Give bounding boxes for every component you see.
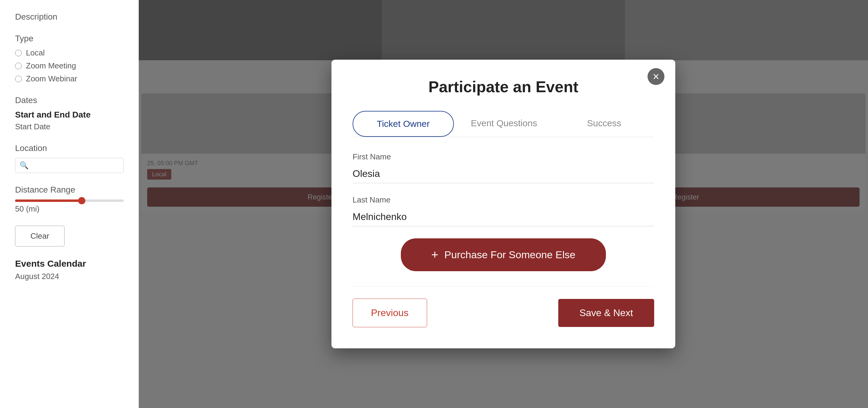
sidebar-clear-section: Clear	[15, 226, 124, 246]
modal-footer: Previous Save & Next	[352, 286, 654, 327]
first-name-group: First Name	[352, 152, 654, 183]
type-zoom-webinar-label: Zoom Webinar	[26, 74, 77, 83]
description-label: Description	[15, 12, 124, 22]
type-zoom-meeting-option[interactable]: Zoom Meeting	[15, 61, 124, 70]
type-zoom-meeting-radio[interactable]	[15, 63, 22, 69]
background-page: Description Type Local Zoom Meeting Zoom…	[0, 0, 868, 408]
type-local-radio[interactable]	[15, 50, 22, 56]
type-label: Type	[15, 34, 124, 43]
month-label: August 2024	[15, 272, 124, 281]
modal: × Participate an Event Ticket Owner Even…	[332, 60, 675, 348]
purchase-for-someone-else-button[interactable]: + Purchase For Someone Else	[401, 238, 606, 271]
plus-icon: +	[431, 248, 438, 262]
purchase-btn-container: + Purchase For Someone Else	[352, 238, 654, 271]
modal-overlay: × Participate an Event Ticket Owner Even…	[139, 0, 868, 408]
tab-event-questions[interactable]: Event Questions	[454, 111, 554, 137]
distance-slider-track[interactable]	[15, 200, 124, 202]
sidebar-dates-section: Dates Start and End Date Start Date	[15, 96, 124, 131]
distance-slider-thumb[interactable]	[78, 197, 85, 204]
type-zoom-webinar-option[interactable]: Zoom Webinar	[15, 74, 124, 83]
tab-ticket-owner[interactable]: Ticket Owner	[352, 111, 454, 137]
previous-button[interactable]: Previous	[352, 299, 427, 327]
sidebar-location-section: Location 🔍	[15, 143, 124, 173]
events-calendar-label: Events Calendar	[15, 259, 124, 269]
start-date-label: Start Date	[15, 122, 124, 131]
modal-title: Participate an Event	[352, 78, 654, 96]
last-name-group: Last Name	[352, 195, 654, 226]
distance-label: Distance Range	[15, 185, 124, 195]
location-label: Location	[15, 143, 124, 153]
first-name-label: First Name	[352, 152, 654, 162]
save-next-button[interactable]: Save & Next	[558, 299, 654, 327]
sidebar-distance-section: Distance Range 50 (mi)	[15, 185, 124, 214]
type-zoom-webinar-radio[interactable]	[15, 76, 22, 82]
type-zoom-meeting-label: Zoom Meeting	[26, 61, 76, 70]
modal-close-button[interactable]: ×	[648, 68, 664, 85]
location-input-wrapper[interactable]: 🔍	[15, 158, 124, 173]
step-tabs: Ticket Owner Event Questions Success	[352, 111, 654, 137]
sidebar-description-section: Description	[15, 12, 124, 22]
first-name-input[interactable]	[352, 165, 654, 183]
main-content: 25, 05:00 PM GMT Local Register 25, 05:0…	[139, 0, 868, 408]
sidebar-type-section: Type Local Zoom Meeting Zoom Webinar	[15, 34, 124, 83]
distance-value: 50 (mi)	[15, 204, 124, 214]
type-local-option[interactable]: Local	[15, 48, 124, 58]
search-icon: 🔍	[20, 161, 29, 170]
last-name-label: Last Name	[352, 195, 654, 205]
last-name-input[interactable]	[352, 208, 654, 226]
clear-button[interactable]: Clear	[15, 226, 65, 246]
sidebar: Description Type Local Zoom Meeting Zoom…	[0, 0, 139, 408]
type-local-label: Local	[26, 48, 44, 58]
purchase-btn-label: Purchase For Someone Else	[444, 249, 576, 261]
tab-success[interactable]: Success	[554, 111, 654, 137]
dates-label: Dates	[15, 96, 124, 105]
start-end-date-label: Start and End Date	[15, 110, 124, 120]
